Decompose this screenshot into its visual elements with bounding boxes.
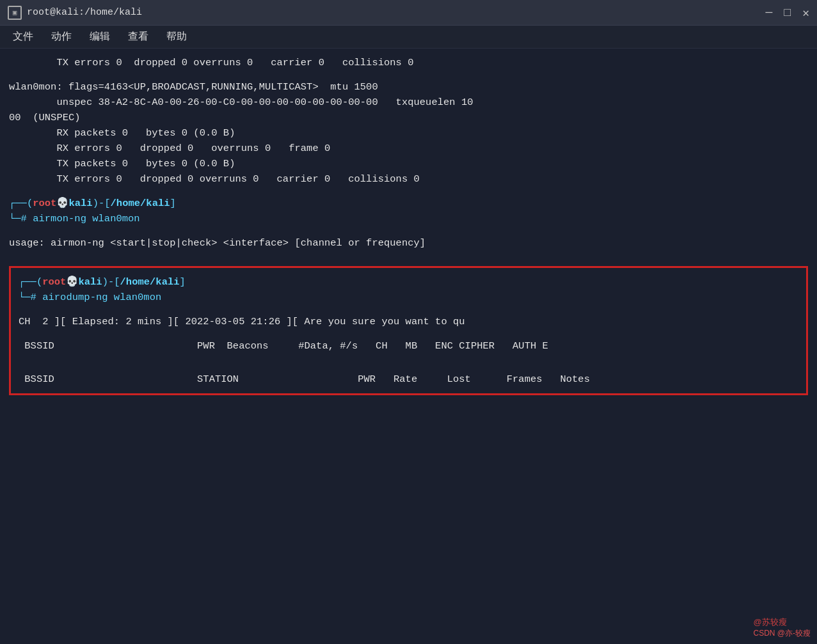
prompt1-bracket-close: ] (170, 196, 176, 211)
prompt2-prefix: ┌──( (19, 274, 42, 290)
prompt1-host: kali (68, 196, 92, 211)
titlebar: ▣ root@kali:/home/kali ─ □ ✕ (0, 0, 817, 26)
usage-line: usage: airmon-ng <start|stop|check> <int… (9, 235, 808, 251)
terminal-icon: ▣ (8, 6, 22, 20)
titlebar-controls: ─ □ ✕ (766, 6, 809, 20)
prompt2-path: /home/kali (120, 274, 180, 290)
prompt1-hash: └─# (9, 211, 33, 226)
rx-errors: RX errors 0 dropped 0 overruns 0 frame 0 (9, 141, 808, 156)
prompt2-bracket-close: ] (180, 274, 186, 290)
close-button[interactable]: ✕ (802, 6, 809, 20)
prompt2-suffix: )-[ (102, 274, 120, 290)
wlan0mon-flags: wlan0mon: flags=4163<UP,BROADCAST,RUNNIN… (9, 79, 808, 95)
unspec-cont: 00 (UNSPEC) (9, 110, 808, 125)
prompt2-command: airodump-ng wlan0mon (42, 290, 161, 305)
tx-errors2: TX errors 0 dropped 0 overruns 0 carrier… (9, 171, 808, 187)
tx-errors-line: TX errors 0 dropped 0 overruns 0 carrier… (9, 55, 808, 70)
status-line: CH 2 ][ Elapsed: 2 mins ][ 2022-03-05 21… (19, 314, 798, 329)
prompt1: ┌──(root💀kali)-[/home/kali] (9, 196, 808, 211)
titlebar-left: ▣ root@kali:/home/kali (8, 6, 142, 20)
prompt1-root: root (33, 196, 56, 211)
menubar: 文件 动作 编辑 查看 帮助 (0, 26, 817, 49)
prompt1-suffix: )-[ (93, 196, 111, 211)
watermark-text1: @苏较瘦 (753, 617, 811, 628)
table-header-1: BSSID PWR Beacons #Data, #/s CH MB ENC C… (19, 338, 798, 354)
prompt1-prefix: ┌──( (9, 196, 33, 211)
minimize-button[interactable]: ─ (766, 6, 773, 19)
table-header-2: BSSID STATION PWR Rate Lost Frames Notes (19, 372, 798, 387)
prompt1-path: /home/kali (111, 196, 170, 211)
watermark-text2: CSDN @亦-较瘦 (753, 628, 811, 639)
rx-packets: RX packets 0 bytes 0 (0.0 B) (9, 125, 808, 141)
prompt1-command: airmon-ng wlan0mon (33, 211, 139, 226)
menu-edit[interactable]: 编辑 (90, 30, 110, 43)
titlebar-title: root@kali:/home/kali (27, 7, 142, 18)
tx-packets: TX packets 0 bytes 0 (0.0 B) (9, 156, 808, 171)
menu-help[interactable]: 帮助 (166, 30, 187, 43)
prompt2-cmd: └─# airodump-ng wlan0mon (19, 290, 798, 305)
prompt1-cmd: └─# airmon-ng wlan0mon (9, 211, 808, 226)
red-box: ┌──(root💀kali)-[/home/kali] └─# airodump… (9, 266, 808, 395)
prompt2-host: kali (78, 274, 102, 290)
prompt1-skull: 💀 (56, 196, 68, 211)
prompt2-root: root (42, 274, 66, 290)
maximize-button[interactable]: □ (784, 6, 791, 19)
menu-action[interactable]: 动作 (51, 30, 72, 43)
menu-file[interactable]: 文件 (13, 30, 33, 43)
watermark: @苏较瘦 CSDN @亦-较瘦 (753, 617, 811, 639)
menu-view[interactable]: 查看 (128, 30, 148, 43)
terminal[interactable]: TX errors 0 dropped 0 overruns 0 carrier… (0, 49, 817, 644)
prompt2: ┌──(root💀kali)-[/home/kali] (19, 274, 798, 290)
prompt2-hash: └─# (19, 290, 42, 305)
prompt2-skull: 💀 (66, 274, 78, 290)
unspec-line: unspec 38-A2-8C-A0-00-26-00-C0-00-00-00-… (9, 95, 808, 110)
